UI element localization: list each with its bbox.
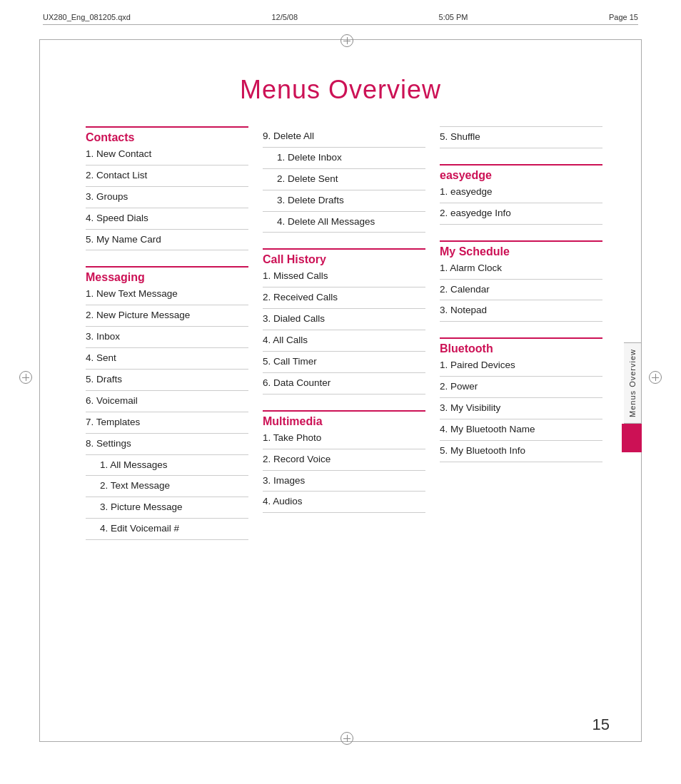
list-item: 4. Speed Dials	[86, 208, 248, 230]
sidebar-tab-container: Menus Overview	[622, 342, 642, 452]
multimedia-list: 1. Take Photo 2. Record Voice 3. Images …	[263, 428, 425, 514]
list-item-sub: 1. Delete Inbox	[263, 148, 425, 169]
my-schedule-title: My Schedule	[440, 240, 602, 258]
list-item: 1. New Text Message	[86, 284, 248, 305]
list-item: 1. New Contact	[86, 144, 248, 166]
list-item: 2. Power	[440, 377, 602, 398]
list-item: 4. My Bluetooth Name	[440, 419, 602, 441]
list-item: 2. Received Calls	[263, 287, 425, 309]
list-item: 6. Voicemail	[86, 391, 248, 412]
list-item: 3. Groups	[86, 187, 248, 208]
list-item: 5. My Bluetooth Info	[440, 441, 602, 462]
list-item-sub: 3. Delete Drafts	[263, 190, 425, 212]
multimedia-section: Multimedia 1. Take Photo 2. Record Voice…	[263, 410, 425, 514]
call-history-section: Call History 1. Missed Calls 2. Received…	[263, 248, 425, 394]
list-item: 1. Paired Devices	[440, 355, 602, 377]
call-history-list: 1. Missed Calls 2. Received Calls 3. Dia…	[263, 266, 425, 394]
shuffle-list: 5. Shuffle	[440, 127, 602, 148]
list-item: 3. My Visibility	[440, 398, 602, 419]
messaging-title: Messaging	[86, 266, 248, 284]
list-item-sub: 4. Delete All Messages	[263, 212, 425, 233]
list-item: 6. Data Counter	[263, 373, 425, 394]
delete-section: 9. Delete All 1. Delete Inbox 2. Delete …	[263, 126, 425, 233]
list-item: 3. Dialed Calls	[263, 309, 425, 330]
list-item: 8. Settings	[86, 434, 248, 455]
list-item: 9. Delete All	[263, 126, 425, 148]
contacts-list: 1. New Contact 2. Contact List 3. Groups…	[86, 144, 248, 250]
list-item: 5. Shuffle	[440, 127, 602, 148]
list-item: 1. easyedge	[440, 182, 602, 203]
list-item-sub: 4. Edit Voicemail #	[86, 519, 248, 540]
bluetooth-title: Bluetooth	[440, 337, 602, 355]
list-item: 2. Record Voice	[263, 449, 425, 471]
page-number: 15	[592, 716, 610, 734]
multimedia-title: Multimedia	[263, 410, 425, 428]
list-item: 2. Calendar	[440, 280, 602, 301]
sidebar-tab-red	[622, 424, 642, 452]
column-1: Contacts 1. New Contact 2. Contact List …	[86, 126, 263, 556]
page-title: Menus Overview	[0, 75, 681, 105]
list-item: 1. Missed Calls	[263, 266, 425, 287]
shuffle-section: 5. Shuffle	[440, 126, 602, 148]
reg-mark-top	[340, 34, 353, 47]
messaging-section: Messaging 1. New Text Message 2. New Pic…	[86, 266, 248, 540]
header-time: 5:05 PM	[439, 13, 468, 21]
list-item: 3. Images	[263, 471, 425, 492]
bluetooth-section: Bluetooth 1. Paired Devices 2. Power 3. …	[440, 337, 602, 462]
list-item: 7. Templates	[86, 412, 248, 434]
list-item: 1. Take Photo	[263, 428, 425, 449]
list-item-sub: 3. Picture Message	[86, 497, 248, 519]
list-item-sub: 1. All Messages	[86, 455, 248, 477]
list-item: 1. Alarm Clock	[440, 258, 602, 280]
list-item: 5. My Name Card	[86, 230, 248, 251]
list-item: 2. Contact List	[86, 166, 248, 187]
list-item: 5. Call Timer	[263, 352, 425, 373]
list-item: 4. Sent	[86, 348, 248, 370]
list-item: 2. easyedge Info	[440, 203, 602, 225]
reg-mark-left	[19, 371, 32, 384]
bluetooth-list: 1. Paired Devices 2. Power 3. My Visibil…	[440, 355, 602, 462]
column-3: 5. Shuffle easyedge 1. easyedge 2. easye…	[440, 126, 617, 556]
reg-mark-bottom	[340, 732, 353, 745]
my-schedule-section: My Schedule 1. Alarm Clock 2. Calendar 3…	[440, 240, 602, 322]
call-history-title: Call History	[263, 248, 425, 266]
list-item: 5. Drafts	[86, 370, 248, 391]
sidebar-tab-text: Menus Overview	[624, 342, 642, 424]
list-item: 4. Audios	[263, 492, 425, 513]
header-date: 12/5/08	[271, 13, 298, 21]
list-item: 4. All Calls	[263, 330, 425, 352]
easyedge-title: easyedge	[440, 164, 602, 182]
list-item-sub: 2. Text Message	[86, 476, 248, 497]
list-item: 3. Inbox	[86, 327, 248, 348]
my-schedule-list: 1. Alarm Clock 2. Calendar 3. Notepad	[440, 258, 602, 322]
easyedge-list: 1. easyedge 2. easyedge Info	[440, 182, 602, 225]
main-content: Contacts 1. New Contact 2. Contact List …	[86, 126, 617, 556]
list-item: 2. New Picture Message	[86, 305, 248, 327]
messaging-list: 1. New Text Message 2. New Picture Messa…	[86, 284, 248, 540]
contacts-title: Contacts	[86, 126, 248, 144]
easyedge-section: easyedge 1. easyedge 2. easyedge Info	[440, 164, 602, 225]
header-filename: UX280_Eng_081205.qxd	[43, 13, 131, 21]
header-page: Page 15	[609, 13, 638, 21]
delete-list: 9. Delete All 1. Delete Inbox 2. Delete …	[263, 126, 425, 233]
reg-mark-right	[649, 371, 662, 384]
column-2: 9. Delete All 1. Delete Inbox 2. Delete …	[263, 126, 440, 556]
header-bar: UX280_Eng_081205.qxd 12/5/08 5:05 PM Pag…	[43, 13, 638, 25]
contacts-section: Contacts 1. New Contact 2. Contact List …	[86, 126, 248, 250]
list-item-sub: 2. Delete Sent	[263, 169, 425, 190]
list-item: 3. Notepad	[440, 300, 602, 322]
